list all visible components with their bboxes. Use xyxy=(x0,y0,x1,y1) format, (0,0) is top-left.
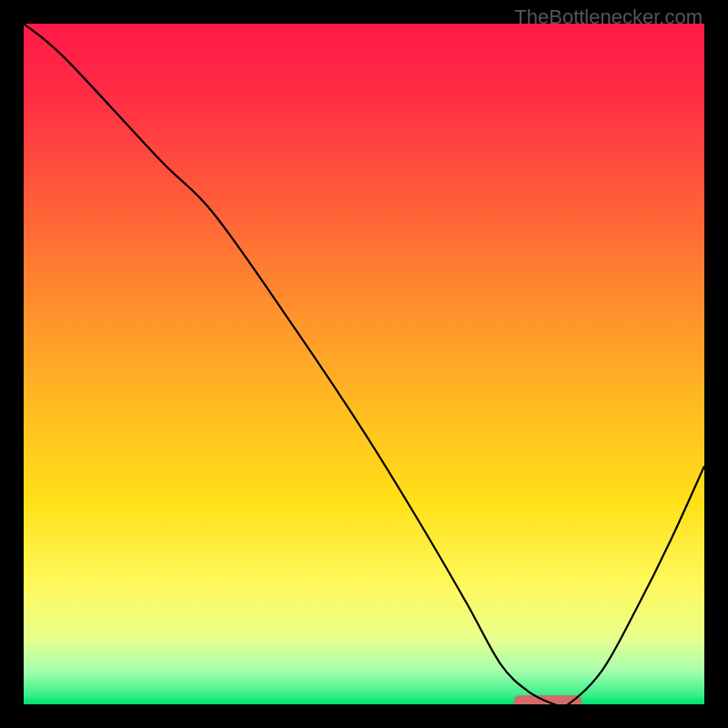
plot-area xyxy=(24,24,704,704)
gradient-background xyxy=(24,24,704,704)
chart-svg xyxy=(24,24,704,704)
chart-container: TheBottlenecker.com xyxy=(0,0,728,728)
watermark-text: TheBottlenecker.com xyxy=(514,5,703,29)
